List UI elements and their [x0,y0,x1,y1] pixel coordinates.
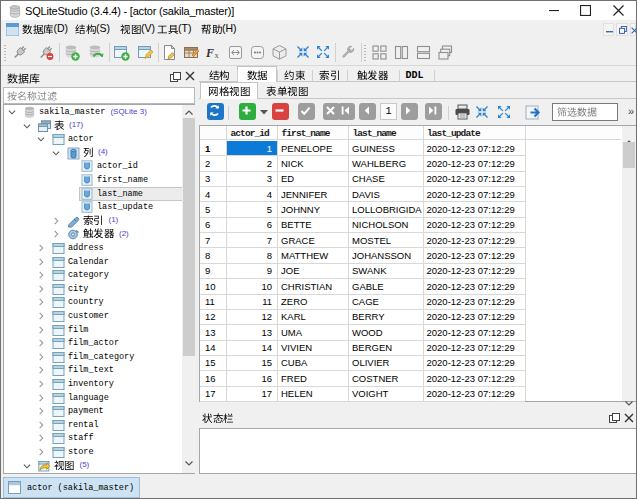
svg-text:x: x [215,50,220,60]
svg-text:F: F [205,46,214,60]
